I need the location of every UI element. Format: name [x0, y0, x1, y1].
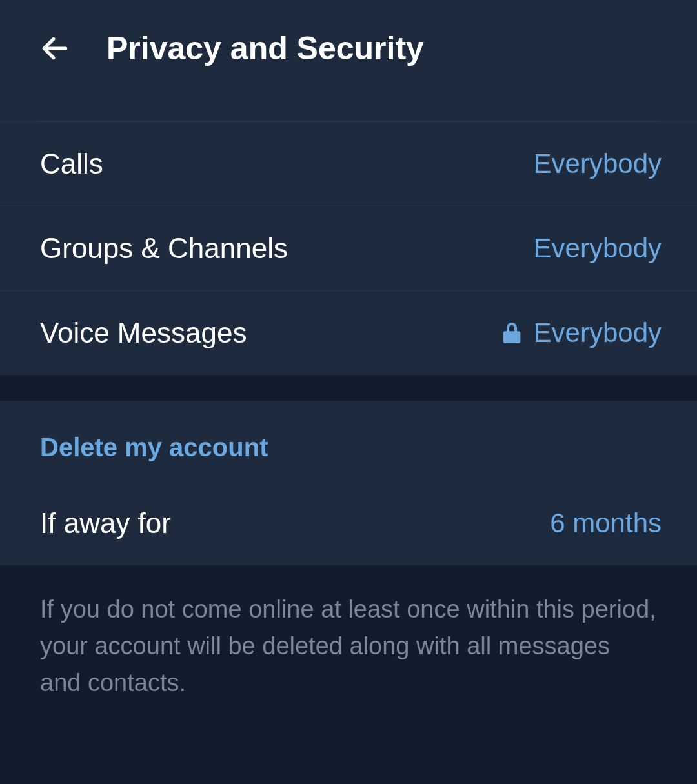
page-title: Privacy and Security: [106, 30, 424, 67]
privacy-item-calls[interactable]: Calls Everybody: [0, 121, 697, 206]
if-away-for-item[interactable]: If away for 6 months: [0, 481, 697, 565]
section-header-delete: Delete my account: [0, 401, 697, 481]
back-button[interactable]: [35, 29, 74, 68]
header-bar: Privacy and Security: [0, 0, 697, 97]
lock-icon: [501, 321, 522, 345]
privacy-item-voice-messages[interactable]: Voice Messages Everybody: [0, 290, 697, 375]
item-value: 6 months: [550, 508, 662, 539]
section-gap: [0, 375, 697, 401]
item-value-text: Everybody: [534, 317, 662, 348]
item-value: Everybody: [501, 317, 662, 348]
item-label: Voice Messages: [40, 317, 247, 349]
delete-account-section: Delete my account If away for 6 months: [0, 401, 697, 565]
item-value: Everybody: [534, 148, 662, 179]
privacy-item-groups[interactable]: Groups & Channels Everybody: [0, 206, 697, 290]
privacy-section: Calls Everybody Groups & Channels Everyb…: [0, 97, 697, 375]
item-value: Everybody: [534, 233, 662, 264]
section-divider: [40, 97, 657, 121]
item-label: Groups & Channels: [40, 232, 288, 265]
item-label: Calls: [40, 148, 103, 180]
arrow-left-icon: [39, 32, 71, 65]
delete-account-description: If you do not come online at least once …: [0, 565, 697, 734]
item-label: If away for: [40, 507, 171, 539]
